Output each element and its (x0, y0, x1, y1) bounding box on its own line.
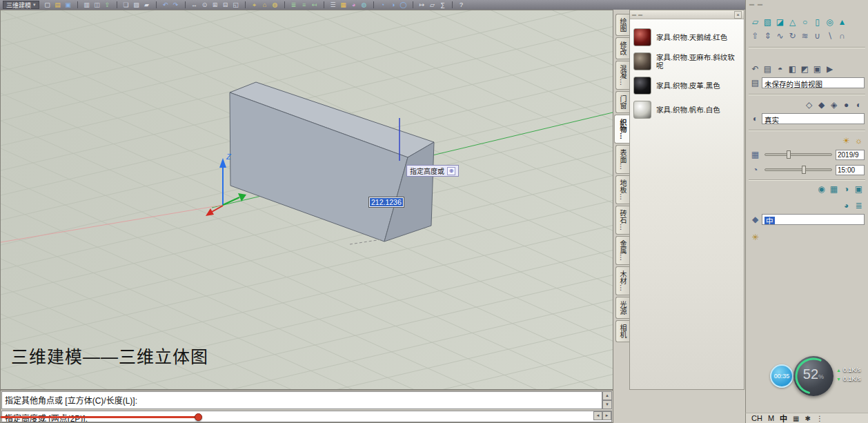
tool-palettes-icon[interactable]: ▦ (339, 1, 348, 9)
time-slider-handle[interactable] (802, 166, 806, 174)
sun-status-icon[interactable]: ☀ (840, 135, 852, 146)
layer-states-icon[interactable]: ≡ (300, 1, 308, 9)
named-views-icon[interactable]: ▤ (762, 63, 773, 75)
ime-lang[interactable]: CH (751, 414, 762, 422)
ime-keyboard-mode[interactable]: M (768, 414, 774, 422)
soft-keyboard-icon[interactable]: ▦ (793, 415, 799, 422)
open-icon[interactable]: ▤ (54, 1, 62, 9)
render-window-icon[interactable]: ▣ (853, 184, 865, 195)
named-views-icon[interactable]: ▤ (749, 77, 761, 88)
video-progress-bar[interactable] (1, 416, 198, 418)
materials-icon[interactable]: ◕ (350, 1, 358, 9)
render-statistics-icon[interactable]: ≣ (853, 200, 865, 211)
scroll-up-icon[interactable]: ▲ (602, 391, 612, 400)
time-slider[interactable] (765, 168, 832, 171)
date-field[interactable]: 2019/9 (836, 150, 865, 160)
plot-icon[interactable]: ▥ (83, 1, 91, 9)
box-icon[interactable]: ▧ (762, 17, 773, 28)
zoom-previous-icon[interactable]: ⊟ (221, 1, 230, 9)
scroll-left-icon[interactable]: ◄ (593, 411, 602, 420)
pyramid-icon[interactable]: ▲ (836, 17, 848, 28)
ime-mode[interactable]: 中 (780, 413, 787, 423)
ime-settings-icon[interactable]: ✱ (805, 415, 811, 422)
render-icon[interactable]: ◉ (816, 184, 827, 195)
panel-title-grips[interactable]: ▬ ▬ (749, 1, 762, 7)
ucs-world-icon[interactable]: ◍ (271, 1, 279, 9)
render-preset-combo[interactable]: 中 (762, 214, 865, 225)
time-field[interactable]: 15:00 (836, 165, 865, 175)
wedge-icon[interactable]: ◪ (774, 17, 786, 28)
visual-style-combo[interactable]: 真实 (762, 113, 865, 124)
palette-tab-woods[interactable]: 木材… (615, 266, 629, 295)
view-iso-icon[interactable]: ◩ (799, 63, 811, 75)
render-quality-icon[interactable]: ◕ (840, 200, 852, 211)
undo-icon[interactable]: ↶ (161, 1, 170, 9)
free-orbit-icon[interactable]: ◯ (400, 1, 408, 9)
palette-tab-fabric[interactable]: 织物… (614, 115, 629, 144)
copy-icon[interactable]: ❏ (122, 1, 130, 9)
distance-icon[interactable]: ↦ (418, 1, 426, 9)
view-top-icon[interactable]: ◓ (774, 63, 786, 75)
quickcalc-icon[interactable]: ∑ (439, 1, 447, 9)
named-ucs-icon[interactable]: ⌂ (261, 1, 269, 9)
properties-icon[interactable]: ☰ (329, 1, 337, 9)
render-environment-icon[interactable]: ◑ (840, 184, 852, 195)
ucs-icon[interactable]: ⌖ (250, 1, 259, 9)
revolve-icon[interactable]: ↻ (787, 30, 798, 41)
paste-icon[interactable]: ▨ (132, 1, 141, 9)
view-front-icon[interactable]: ◧ (787, 63, 798, 75)
cycle-options-icon[interactable]: ⊕ (447, 167, 455, 175)
union-icon[interactable]: ∪ (811, 30, 823, 41)
palette-tab-finishes[interactable]: 表面… (615, 145, 629, 174)
matchprop-icon[interactable]: ▰ (143, 1, 151, 9)
extrude-icon[interactable]: ⇧ (749, 30, 761, 41)
palette-tab-metals[interactable]: 金属… (615, 236, 629, 265)
zoom-extents-icon[interactable]: ◱ (232, 1, 240, 9)
material-item-black-leather[interactable]: 家具.织物.皮革.黑色 (633, 73, 740, 97)
save-icon[interactable]: ▣ (64, 1, 72, 9)
visual-styles-icon[interactable]: ◐ (749, 113, 761, 124)
layer-prev-icon[interactable]: ↤ (310, 1, 319, 9)
sphere-icon[interactable]: ○ (799, 17, 811, 28)
presspull-icon[interactable]: ⇕ (762, 30, 773, 41)
date-slider[interactable] (765, 153, 832, 156)
show-motion-icon[interactable]: ▶ (824, 63, 836, 75)
current-view-combo[interactable]: 未保存的当前视图 (762, 77, 865, 88)
scroll-down-icon[interactable]: ▼ (602, 400, 612, 409)
palette-tab-modify[interactable]: 修改 (615, 37, 629, 59)
plot-preview-icon[interactable]: ◫ (93, 1, 101, 9)
ime-more-icon[interactable]: ⋮ (816, 415, 823, 422)
palette-tab-draw[interactable]: 绘图 (615, 14, 629, 36)
cylinder-icon[interactable]: ▯ (811, 17, 823, 28)
palette-tab-masonry[interactable]: 砖石… (615, 206, 629, 235)
help-icon[interactable]: ? (457, 1, 466, 9)
subtract-icon[interactable]: ∖ (824, 30, 836, 41)
zoom-window-icon[interactable]: ⊞ (211, 1, 219, 9)
model-viewport[interactable]: Z 指定高度或 ⊕ 212.1236 三维建模——三维立体图 (0, 10, 613, 390)
conceptual-style-icon[interactable]: ◐ (853, 99, 865, 110)
orbit-icon[interactable]: ◔ (379, 1, 387, 9)
torus-icon[interactable]: ◎ (824, 17, 836, 28)
close-icon[interactable]: × (734, 11, 742, 19)
loft-icon[interactable]: ≋ (799, 30, 811, 41)
palette-tab-doors[interactable]: 门窗 (615, 91, 629, 113)
wireframe-2d-icon[interactable]: ◇ (803, 99, 815, 110)
workspace-switcher[interactable]: 三维建模 ▾ (3, 1, 39, 9)
calendar-icon[interactable]: ▦ (749, 149, 761, 160)
publish-icon[interactable]: ⇪ (103, 1, 112, 9)
area-icon[interactable]: ▱ (428, 1, 437, 9)
palette-grip-icon[interactable]: ▬ (638, 12, 642, 17)
sky-background-icon[interactable]: ☼ (853, 135, 865, 146)
sun-properties-icon[interactable]: ✳ (749, 232, 761, 243)
layer-properties-icon[interactable]: ≣ (290, 1, 298, 9)
palette-tab-concrete[interactable]: 混凝… (615, 61, 629, 90)
material-item-linen-tweed[interactable]: 家具.织物.亚麻布.斜纹软呢 (633, 49, 740, 73)
cone-icon[interactable]: △ (787, 17, 798, 28)
palette-tab-lights[interactable]: 光源 (615, 297, 629, 319)
realistic-style-icon[interactable]: ● (840, 99, 852, 110)
memory-usage-ball[interactable]: 52 % (793, 356, 834, 396)
palette-grip-icon[interactable]: ▬ (632, 12, 636, 17)
palette-tab-flooring[interactable]: 地板… (615, 175, 629, 204)
view-camera-icon[interactable]: ▣ (811, 63, 823, 75)
video-progress-handle[interactable] (195, 413, 202, 421)
